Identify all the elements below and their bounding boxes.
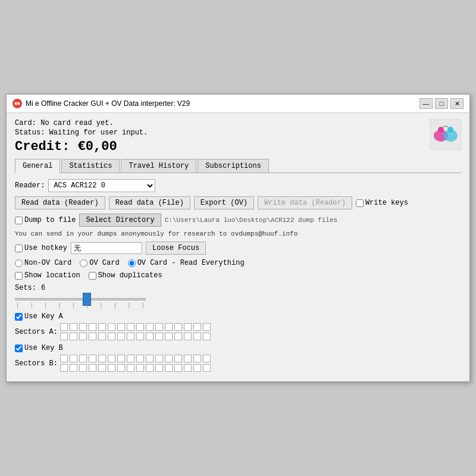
sector-b-2[interactable] bbox=[79, 355, 87, 362]
sector-a-26[interactable] bbox=[155, 333, 163, 340]
sector-b-15[interactable] bbox=[203, 355, 211, 362]
radio-ov-input[interactable] bbox=[80, 259, 87, 267]
sector-a-23[interactable] bbox=[127, 333, 134, 340]
sector-b-4[interactable] bbox=[98, 355, 106, 362]
loose-focus-button[interactable]: Loose Focus bbox=[146, 242, 206, 255]
sector-a-11[interactable] bbox=[165, 323, 173, 331]
sector-b-1[interactable] bbox=[70, 355, 77, 362]
close-button[interactable]: ✕ bbox=[450, 98, 464, 109]
use-key-b-checkbox[interactable] bbox=[15, 345, 23, 352]
hotkey-label[interactable]: Use hotkey bbox=[15, 244, 67, 252]
sector-b-23[interactable] bbox=[127, 364, 134, 372]
sector-a-21[interactable] bbox=[108, 333, 115, 340]
use-key-b-label[interactable]: Use Key B bbox=[15, 344, 461, 352]
sector-a-29[interactable] bbox=[184, 333, 192, 340]
sector-a-31[interactable] bbox=[203, 333, 211, 340]
sector-b-13[interactable] bbox=[184, 355, 192, 362]
sector-b-24[interactable] bbox=[136, 364, 144, 372]
sector-b-12[interactable] bbox=[174, 355, 182, 362]
sector-b-17[interactable] bbox=[70, 364, 77, 372]
sector-a-17[interactable] bbox=[70, 333, 77, 340]
show-location-label[interactable]: Show location bbox=[15, 271, 80, 280]
sector-a-12[interactable] bbox=[174, 323, 182, 331]
show-location-checkbox[interactable] bbox=[15, 272, 23, 280]
sector-a-19[interactable] bbox=[89, 333, 96, 340]
sector-b-26[interactable] bbox=[155, 364, 163, 372]
radio-ov-all[interactable]: OV Card - Read Everything bbox=[128, 259, 245, 267]
hotkey-input[interactable]: 无 bbox=[71, 242, 142, 254]
sector-b-5[interactable] bbox=[108, 355, 115, 362]
sector-a-5[interactable] bbox=[108, 323, 115, 331]
sector-a-24[interactable] bbox=[136, 333, 144, 340]
sector-a-13[interactable] bbox=[184, 323, 192, 331]
dump-to-file-checkbox[interactable] bbox=[15, 217, 23, 224]
sector-a-27[interactable] bbox=[165, 333, 173, 340]
sector-a-28[interactable] bbox=[174, 333, 182, 340]
sector-b-31[interactable] bbox=[203, 364, 211, 372]
radio-ov[interactable]: OV Card bbox=[80, 259, 119, 267]
sector-a-9[interactable] bbox=[146, 323, 154, 331]
read-data-file-button[interactable]: Read data (File) bbox=[109, 196, 190, 209]
write-keys-checkbox[interactable] bbox=[356, 199, 364, 207]
radio-non-ov[interactable]: Non-OV Card bbox=[15, 259, 71, 267]
sector-b-3[interactable] bbox=[89, 355, 96, 362]
minimize-button[interactable]: — bbox=[419, 98, 433, 109]
write-data-reader-button[interactable]: Write data (Reader) bbox=[258, 196, 352, 209]
sector-b-27[interactable] bbox=[165, 364, 173, 372]
tab-general[interactable]: General bbox=[15, 159, 60, 173]
tab-statistics[interactable]: Statistics bbox=[61, 159, 120, 173]
sector-a-2[interactable] bbox=[79, 323, 87, 331]
show-duplicates-checkbox[interactable] bbox=[89, 272, 96, 280]
radio-ov-all-input[interactable] bbox=[128, 259, 136, 267]
sector-a-7[interactable] bbox=[127, 323, 134, 331]
maximize-button[interactable]: □ bbox=[435, 98, 448, 109]
dump-to-file-label[interactable]: Dump to file bbox=[15, 216, 76, 224]
sector-b-30[interactable] bbox=[193, 364, 201, 372]
sector-a-8[interactable] bbox=[136, 323, 144, 331]
sector-b-18[interactable] bbox=[79, 364, 87, 372]
sector-b-22[interactable] bbox=[117, 364, 125, 372]
write-keys-checkbox-label[interactable]: Write keys bbox=[356, 199, 408, 207]
radio-non-ov-input[interactable] bbox=[15, 259, 23, 267]
sector-b-19[interactable] bbox=[89, 364, 96, 372]
export-ov-button[interactable]: Export (OV) bbox=[194, 196, 254, 209]
sector-b-28[interactable] bbox=[174, 364, 182, 372]
sector-b-14[interactable] bbox=[193, 355, 201, 362]
use-key-a-label[interactable]: Use Key A bbox=[15, 312, 461, 321]
sector-a-0[interactable] bbox=[60, 323, 68, 331]
reader-select[interactable]: ACS ACR122 0 ACS ACR122 1 bbox=[48, 179, 155, 192]
sector-b-21[interactable] bbox=[108, 364, 115, 372]
sector-b-8[interactable] bbox=[136, 355, 144, 362]
sector-a-14[interactable] bbox=[193, 323, 201, 331]
sector-a-20[interactable] bbox=[98, 333, 106, 340]
sector-a-3[interactable] bbox=[89, 323, 96, 331]
sector-b-9[interactable] bbox=[146, 355, 154, 362]
show-duplicates-label[interactable]: Show duplicates bbox=[89, 271, 162, 280]
sector-b-11[interactable] bbox=[165, 355, 173, 362]
sector-a-10[interactable] bbox=[155, 323, 163, 331]
hotkey-checkbox[interactable] bbox=[15, 245, 23, 252]
sector-b-16[interactable] bbox=[60, 364, 68, 372]
use-key-a-checkbox[interactable] bbox=[15, 313, 23, 321]
sector-a-1[interactable] bbox=[70, 323, 77, 331]
sector-b-29[interactable] bbox=[184, 364, 192, 372]
sector-a-4[interactable] bbox=[98, 323, 106, 331]
tab-travel-history[interactable]: Travel History bbox=[121, 159, 196, 173]
sector-b-7[interactable] bbox=[127, 355, 134, 362]
sector-b-10[interactable] bbox=[155, 355, 163, 362]
sector-a-16[interactable] bbox=[60, 333, 68, 340]
sets-slider[interactable] bbox=[15, 298, 146, 300]
tab-subscriptions[interactable]: Subscriptions bbox=[198, 159, 269, 173]
sector-a-15[interactable] bbox=[203, 323, 211, 331]
sector-a-25[interactable] bbox=[146, 333, 154, 340]
sector-a-18[interactable] bbox=[79, 333, 87, 340]
read-data-reader-button[interactable]: Read data (Reader) bbox=[15, 196, 105, 209]
sector-a-30[interactable] bbox=[193, 333, 201, 340]
sector-b-25[interactable] bbox=[146, 364, 154, 372]
sector-a-22[interactable] bbox=[117, 333, 125, 340]
sector-a-6[interactable] bbox=[117, 323, 125, 331]
sector-b-20[interactable] bbox=[98, 364, 106, 372]
select-directory-button[interactable]: Select Directory bbox=[79, 214, 161, 227]
sector-b-0[interactable] bbox=[60, 355, 68, 362]
sector-b-6[interactable] bbox=[117, 355, 125, 362]
